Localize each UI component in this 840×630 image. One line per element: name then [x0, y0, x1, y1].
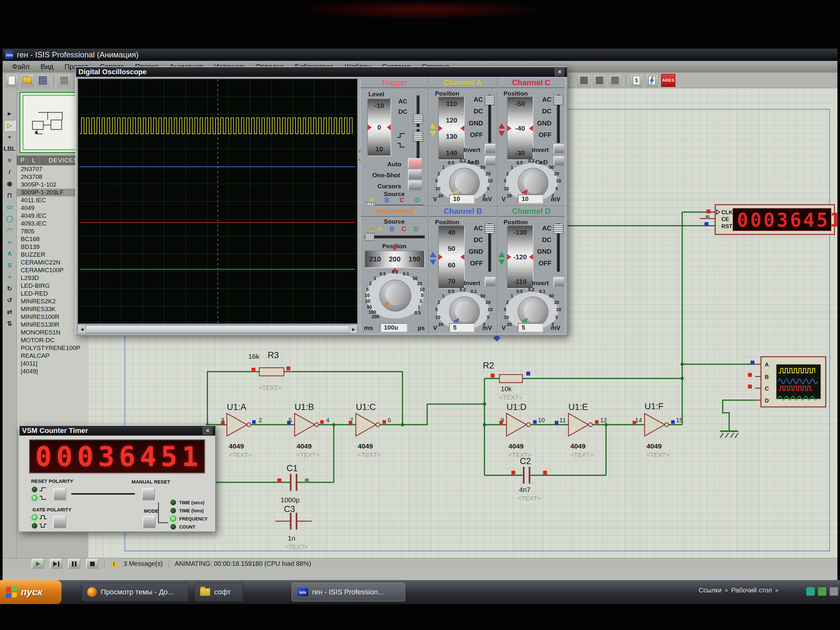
channel-b-gain-knob[interactable]: 0.50.20.1 1251020 50201052: [434, 291, 492, 328]
timebase-value[interactable]: 100u: [380, 323, 407, 332]
channel-a-invert-button[interactable]: [485, 144, 496, 154]
tray-icon[interactable]: [818, 587, 826, 596]
netlist-to-ares-button[interactable]: ARES: [661, 74, 675, 87]
junction-dot-tool[interactable]: +: [4, 131, 16, 142]
counter-timer-window[interactable]: VSM Counter Timer ✕ 00036451 . RESET POL…: [19, 425, 216, 532]
channel-a-position-arrows[interactable]: [430, 123, 436, 136]
rotate-ccw-tool[interactable]: ↺: [4, 295, 16, 306]
taskbar-task-browser[interactable]: Просмотр темы - До...: [82, 583, 189, 602]
taskbar-task-isis[interactable]: isis ген - ISIS Profession...: [292, 583, 405, 602]
capacitor-c1[interactable]: C1 1000p: [278, 463, 309, 504]
inverter-u1e[interactable]: U1:E 11 12 4049 <TEXT>: [555, 402, 607, 459]
oscilloscope-component[interactable]: A B C D: [748, 357, 826, 407]
device-list-item[interactable]: [4049]: [17, 368, 88, 375]
inverter-u1a[interactable]: U1:A 3 2 4049 <TEXT>: [221, 402, 262, 459]
header-library[interactable]: L: [28, 157, 39, 164]
device-list-item[interactable]: [4011]: [17, 360, 88, 368]
channel-c-position-dial[interactable]: -50-40-30: [507, 96, 534, 160]
trigger-auto-button[interactable]: [408, 158, 422, 168]
device-list-item[interactable]: REALCAP: [17, 352, 88, 360]
inverter-u1b[interactable]: U1:B 5 4 4049 <TEXT>: [287, 402, 330, 459]
message-count[interactable]: 3 Message(s): [123, 560, 163, 567]
new-file-button[interactable]: [5, 74, 18, 87]
step-button[interactable]: [50, 559, 62, 569]
falling-edge-icon[interactable]: [396, 142, 406, 148]
trigger-one-shot-button[interactable]: [408, 169, 422, 180]
channel-d-value[interactable]: 5: [518, 323, 543, 332]
selection-tool[interactable]: ►: [4, 108, 16, 119]
channel-a-position-dial[interactable]: 110120130140: [438, 96, 465, 160]
tray-icon[interactable]: [806, 587, 815, 596]
oscilloscope-title-bar[interactable]: Digital Oscilloscope ✕: [76, 67, 567, 77]
bus-tool[interactable]: /: [4, 167, 16, 177]
2d-box-tool[interactable]: ▭: [4, 202, 16, 212]
scroll-right-icon[interactable]: ▶: [350, 325, 357, 333]
resistor-r3[interactable]: 16k R3 <TEXT>: [248, 351, 291, 391]
cut-button[interactable]: [609, 74, 622, 87]
schematic-overview-map[interactable]: [19, 92, 82, 153]
2d-text-tool[interactable]: A: [4, 248, 16, 259]
channel-b-position-arrows[interactable]: [430, 252, 436, 265]
header-pick[interactable]: P: [17, 157, 28, 164]
redo-button[interactable]: [593, 74, 606, 87]
chevron-icon[interactable]: »: [775, 587, 778, 594]
scroll-left-icon[interactable]: ◀: [78, 325, 86, 333]
play-button[interactable]: [32, 559, 44, 569]
gate-polarity-button[interactable]: [53, 516, 66, 528]
channel-c-value[interactable]: 10: [518, 194, 543, 204]
menu-item[interactable]: Вид: [35, 62, 59, 72]
channel-d-invert-button[interactable]: [554, 277, 565, 287]
2d-symbol-tool[interactable]: S: [4, 260, 16, 271]
links-toolbar[interactable]: Ссылки: [699, 587, 722, 594]
oscilloscope-window[interactable]: Digital Oscilloscope ✕ ◀ ▶ Trigger Level…: [75, 66, 568, 336]
tray-icon[interactable]: [830, 587, 838, 596]
open-file-button[interactable]: [21, 74, 34, 87]
channel-c-gain-knob[interactable]: 0.50.20.1 1251020 50201052: [503, 163, 561, 200]
mode-button[interactable]: [142, 516, 156, 528]
channel-a-coupling-slider[interactable]: [485, 95, 494, 143]
save-file-button[interactable]: [36, 74, 49, 87]
mirror-x-tool[interactable]: ⇄: [4, 306, 16, 317]
device-list-item[interactable]: MOTOR-DC: [17, 336, 88, 344]
bom-button[interactable]: $: [630, 74, 643, 87]
taskbar-task-folder[interactable]: софт: [194, 583, 243, 602]
inverter-u1d[interactable]: U1:D 9 10 4049 <TEXT>: [499, 402, 545, 459]
channel-c-coupling-slider[interactable]: [554, 95, 562, 143]
rising-edge-icon[interactable]: [396, 132, 406, 139]
resistor-r2[interactable]: R2 10k <TEXT>: [483, 361, 530, 401]
channel-b-coupling-slider[interactable]: [485, 223, 494, 272]
wire-label-tool[interactable]: LBL: [4, 143, 16, 154]
trigger-level-dial[interactable]: -10010: [367, 98, 391, 156]
channel-b-position-dial[interactable]: 40506070: [438, 225, 465, 289]
component-tool[interactable]: ▷: [4, 120, 16, 131]
instant-edit-tool[interactable]: ◉: [4, 178, 16, 189]
pause-button[interactable]: [68, 559, 81, 569]
mirror-y-tool[interactable]: ⇅: [4, 318, 16, 329]
channel-d-position-dial[interactable]: -130-120-110: [507, 225, 534, 289]
trigger-source-slider[interactable]: [365, 202, 423, 205]
counter-timer-title-bar[interactable]: VSM Counter Timer ✕: [19, 426, 215, 436]
chevron-icon[interactable]: »: [725, 587, 728, 594]
close-icon[interactable]: ✕: [555, 68, 565, 76]
channel-d-coupling-slider[interactable]: [554, 223, 562, 272]
text-script-tool[interactable]: ≡: [4, 155, 16, 166]
2d-path-tool[interactable]: ∞: [4, 237, 16, 247]
screen-scrollbar[interactable]: ◀ ▶: [78, 325, 358, 333]
horizontal-position-dial[interactable]: 210200190: [365, 251, 425, 268]
undo-button[interactable]: [578, 74, 591, 87]
terminal-tool[interactable]: ⊓: [4, 190, 16, 201]
close-icon[interactable]: ✕: [203, 427, 213, 435]
manual-reset-button[interactable]: [142, 488, 155, 501]
electrical-check-button[interactable]: [646, 74, 658, 87]
2d-marker-tool[interactable]: +: [4, 272, 16, 282]
inverter-u1f[interactable]: U1:F 14 15 4049 <TEXT>: [633, 401, 683, 459]
print-button[interactable]: [58, 74, 71, 87]
2d-circle-tool[interactable]: ◯: [4, 213, 16, 224]
start-button[interactable]: пуск: [0, 580, 62, 604]
timebase-knob[interactable]: 0.50.20.1 125102050100200 5020105210.5: [364, 271, 426, 320]
horizontal-source-slider[interactable]: [365, 233, 425, 240]
stop-button[interactable]: [86, 559, 98, 569]
desktop-toolbar[interactable]: Рабочий стол: [731, 587, 772, 594]
2d-arc-tool[interactable]: ◠: [4, 225, 16, 235]
channel-a-gain-knob[interactable]: 0.50.20.1 1251020 50201052: [434, 163, 492, 200]
